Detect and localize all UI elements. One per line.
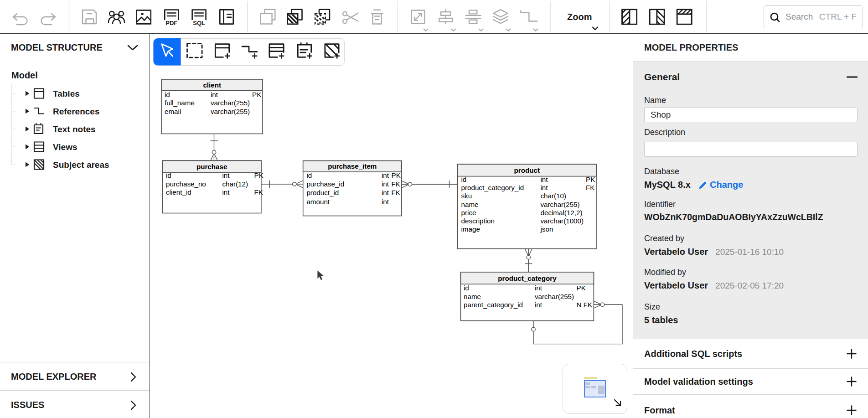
svg-text:purchase_no: purchase_no xyxy=(166,180,206,188)
svg-text:FK: FK xyxy=(392,180,400,188)
svg-text:id: id xyxy=(306,171,312,179)
svg-text:int: int xyxy=(382,171,389,179)
svg-text:FK: FK xyxy=(586,184,594,191)
svg-text:purchase_id: purchase_id xyxy=(306,180,344,188)
svg-text:int: int xyxy=(222,171,230,179)
svg-text:FK: FK xyxy=(392,189,400,196)
svg-text:varchar(255): varchar(255) xyxy=(541,201,580,208)
svg-text:id: id xyxy=(461,175,467,183)
svg-text:varchar(1000): varchar(1000) xyxy=(541,217,584,225)
svg-text:int: int xyxy=(382,189,389,196)
svg-text:PK: PK xyxy=(577,284,586,292)
svg-text:product_id: product_id xyxy=(306,189,339,196)
svg-text:Tables: Tables xyxy=(53,89,80,98)
svg-text:varchar(255): varchar(255) xyxy=(535,293,574,300)
svg-text:PK: PK xyxy=(392,171,401,179)
svg-text:purchase_item: purchase_item xyxy=(328,162,377,170)
svg-text:SQL: SQL xyxy=(193,20,205,26)
svg-text:id: id xyxy=(166,171,171,179)
svg-text:int: int xyxy=(382,180,389,188)
svg-text:client_id: client_id xyxy=(166,188,191,196)
svg-text:parent_category_id: parent_category_id xyxy=(464,301,523,309)
svg-text:PK: PK xyxy=(254,171,264,179)
svg-text:name: name xyxy=(461,201,479,208)
svg-text:char(12): char(12) xyxy=(222,180,248,188)
svg-text:PK: PK xyxy=(586,175,595,183)
svg-text:N FK: N FK xyxy=(577,301,593,309)
svg-text:purchase: purchase xyxy=(196,163,227,170)
svg-text:Subject areas: Subject areas xyxy=(53,160,109,170)
svg-text:int: int xyxy=(535,284,542,292)
svg-text:name: name xyxy=(464,293,481,300)
svg-text:int: int xyxy=(535,301,542,309)
svg-text:int: int xyxy=(222,188,230,196)
svg-text:int: int xyxy=(382,198,389,206)
svg-text:product_category: product_category xyxy=(498,274,557,282)
svg-text:FK: FK xyxy=(254,188,263,196)
svg-text:product: product xyxy=(514,166,540,174)
svg-text:image: image xyxy=(461,225,480,233)
svg-text:References: References xyxy=(53,107,99,116)
svg-text:amount: amount xyxy=(306,198,330,206)
svg-text:Views: Views xyxy=(53,142,78,152)
svg-text:int: int xyxy=(541,184,548,191)
svg-text:Zoom: Zoom xyxy=(567,12,592,22)
svg-text:json: json xyxy=(540,225,553,233)
svg-text:sku: sku xyxy=(461,192,472,200)
svg-text:price: price xyxy=(461,209,476,217)
svg-text:id: id xyxy=(464,284,469,292)
svg-text:int: int xyxy=(541,175,548,183)
svg-text:Text notes: Text notes xyxy=(53,124,96,134)
svg-text:PDF: PDF xyxy=(165,20,177,26)
svg-text:description: description xyxy=(461,217,495,225)
svg-text:decimal(12,2): decimal(12,2) xyxy=(541,209,583,217)
svg-text:char(10): char(10) xyxy=(541,192,567,200)
svg-text:product_category_id: product_category_id xyxy=(461,184,524,191)
